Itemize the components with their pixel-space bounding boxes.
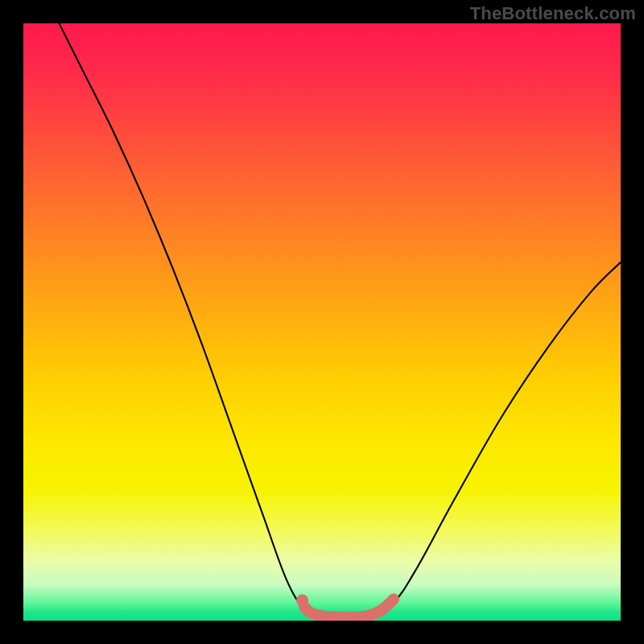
plot-area — [23, 23, 621, 621]
bottleneck-curve-path — [60, 23, 621, 619]
optimal-dot — [296, 594, 308, 606]
optimal-band-path — [304, 599, 394, 617]
chart-frame: TheBottleneck.com — [0, 0, 644, 644]
curve-layer — [23, 23, 621, 621]
watermark-text: TheBottleneck.com — [470, 3, 636, 24]
